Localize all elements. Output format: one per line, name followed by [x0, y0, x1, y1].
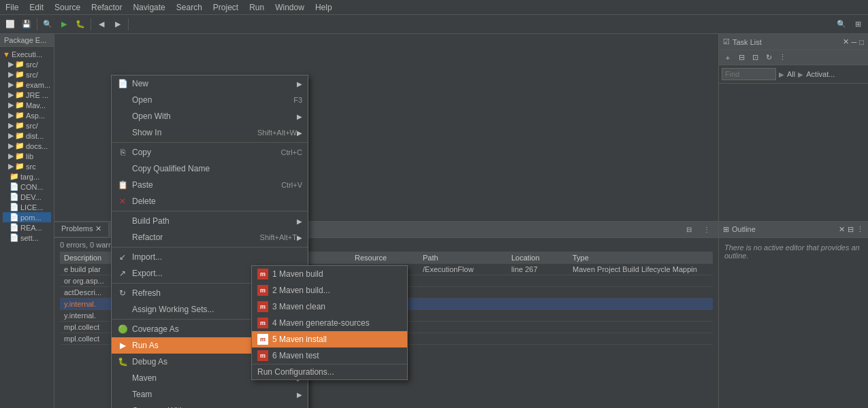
- toolbar-btn-maximize[interactable]: 🔍: [834, 17, 849, 32]
- toolbar-sep-3: [128, 18, 129, 31]
- ctx-team[interactable]: Team ▶: [112, 386, 308, 403]
- ctx-import-label: Import...: [132, 252, 302, 262]
- ctx-show-in[interactable]: Show In Shift+Alt+W ▶: [112, 124, 308, 141]
- task-list-max-icon[interactable]: □: [859, 38, 864, 46]
- ctx-new[interactable]: 📄 New ▶: [112, 75, 308, 92]
- tree-item-mav[interactable]: ▶📁Mav...: [3, 100, 51, 110]
- toolbar-btn-run[interactable]: ▶: [57, 17, 71, 32]
- tree-item-targ[interactable]: 📁targ...: [3, 171, 51, 182]
- ctx-copy-qualified[interactable]: Copy Qualified Name: [112, 160, 308, 177]
- task-all-label[interactable]: All: [787, 70, 795, 78]
- ctx-refactor[interactable]: Refactor Shift+Alt+T ▶: [112, 229, 308, 245]
- tree-item-root[interactable]: ▼Executi...: [3, 50, 51, 59]
- task-activate-label[interactable]: Activat...: [806, 70, 835, 78]
- submenu-maven-test[interactable]: m 6 Maven test: [252, 347, 407, 364]
- ctx-delete[interactable]: ✕ Delete: [112, 193, 308, 209]
- tree-item-dist[interactable]: ▶📁dist...: [3, 131, 51, 141]
- toolbar-btn-search[interactable]: 🔍: [40, 17, 55, 32]
- outline-icon: ⊞: [723, 225, 729, 234]
- problems-filter-btn[interactable]: ⊟: [681, 223, 696, 235]
- prob-row-2-location: [511, 277, 573, 285]
- task-filter-btn[interactable]: ⊡: [749, 52, 761, 64]
- menu-source[interactable]: Source: [49, 1, 86, 14]
- ctx-new-label: New: [132, 79, 297, 88]
- submenu-run-configurations-label: Run Configurations...: [257, 367, 334, 377]
- tree-item-docs[interactable]: ▶📁docs...: [3, 141, 51, 151]
- menu-project[interactable]: Project: [208, 1, 244, 14]
- submenu-maven-build-1[interactable]: m 1 Maven build: [252, 266, 407, 282]
- task-find-input[interactable]: [722, 68, 776, 80]
- tree-item-pom[interactable]: 📄pom...: [3, 212, 51, 222]
- task-new-btn[interactable]: +: [722, 52, 734, 64]
- tree-item-lib[interactable]: ▶📁lib: [3, 151, 51, 161]
- ctx-compare-with[interactable]: Compare With ▶: [112, 403, 308, 408]
- tree-item-rea[interactable]: 📄REA...: [3, 222, 51, 233]
- problems-menu-btn[interactable]: ⋮: [699, 223, 714, 235]
- col-location: Location: [511, 254, 573, 262]
- tree-item-asp[interactable]: ▶📁Asp...: [3, 110, 51, 120]
- toolbar-btn-perspective[interactable]: ⊞: [850, 17, 865, 32]
- menu-help[interactable]: Help: [310, 1, 338, 14]
- submenu-maven-clean[interactable]: m 3 Maven clean: [252, 299, 407, 315]
- submenu-maven-gen-sources-label: 4 Maven generate-sources: [272, 318, 370, 328]
- task-refresh-btn[interactable]: ↻: [762, 52, 775, 64]
- prob-row-6-location: [511, 323, 573, 331]
- toolbar-btn-back[interactable]: ◀: [94, 17, 109, 32]
- toolbar-sep-2: [91, 18, 91, 31]
- tree-item-con[interactable]: 📄CON...: [3, 182, 51, 192]
- task-list-min-icon[interactable]: ─: [852, 38, 857, 46]
- outline-collapse-icon[interactable]: ⊟: [848, 225, 854, 234]
- menu-file[interactable]: File: [0, 1, 24, 14]
- tree-item-src1[interactable]: ▶📁src/: [3, 59, 51, 69]
- tree-item-src4[interactable]: ▶📁src: [3, 161, 51, 171]
- assign-working-icon: [117, 304, 128, 315]
- task-menu-btn[interactable]: ⋮: [776, 52, 788, 64]
- ctx-copy[interactable]: ⎘ Copy Ctrl+C: [112, 144, 308, 160]
- toolbar-btn-new[interactable]: ⬜: [3, 17, 18, 32]
- outline-close-icon[interactable]: ✕: [839, 225, 845, 234]
- menu-edit[interactable]: Edit: [24, 1, 49, 14]
- menu-run[interactable]: Run: [244, 1, 270, 14]
- ctx-open-with[interactable]: Open With ▶: [112, 108, 308, 124]
- tree-item-exam[interactable]: ▶📁exam...: [3, 80, 51, 90]
- new-icon: 📄: [117, 78, 128, 89]
- ctx-paste[interactable]: 📋 Paste Ctrl+V: [112, 177, 308, 193]
- outline-panel: ⊞ Outline ✕ ⊟ ⋮ There is no active edito…: [719, 222, 868, 409]
- ctx-refactor-label: Refactor: [132, 233, 260, 242]
- build-path-icon: [117, 216, 128, 226]
- ctx-import[interactable]: ↙ Import...: [112, 249, 308, 265]
- prob-row-1-location: line 267: [511, 265, 573, 273]
- toolbar-btn-save[interactable]: 💾: [19, 17, 34, 32]
- maven-icon-1: m: [257, 269, 268, 279]
- submenu-maven-test-label: 6 Maven test: [272, 351, 319, 360]
- tree-item-lice[interactable]: 📄LICE...: [3, 202, 51, 212]
- debug-as-icon: 🐛: [117, 356, 128, 367]
- tree-item-jre[interactable]: ▶📁JRE ...: [3, 90, 51, 100]
- submenu-maven-build-2[interactable]: m 2 Maven build...: [252, 282, 407, 299]
- ctx-build-path[interactable]: Build Path ▶: [112, 213, 308, 229]
- task-list-close-icon[interactable]: ✕: [843, 37, 849, 46]
- menu-navigate[interactable]: Navigate: [127, 1, 170, 14]
- menu-search[interactable]: Search: [171, 1, 208, 14]
- tree-item-dev[interactable]: 📄DEV...: [3, 192, 51, 202]
- menu-refactor[interactable]: Refactor: [86, 1, 127, 14]
- submenu-maven-gen-sources[interactable]: m 4 Maven generate-sources: [252, 315, 407, 331]
- outline-menu-icon[interactable]: ⋮: [856, 225, 864, 234]
- show-in-icon: [117, 127, 128, 138]
- menu-window[interactable]: Window: [270, 1, 310, 14]
- open-icon: [117, 95, 128, 105]
- outline-header: ⊞ Outline ✕ ⊟ ⋮: [719, 222, 868, 238]
- toolbar-btn-fwd[interactable]: ▶: [110, 17, 125, 32]
- tree-item-src3[interactable]: ▶📁src/: [3, 120, 51, 131]
- prob-row-6-path: [423, 323, 511, 331]
- tab-problems[interactable]: Problems ✕: [54, 222, 109, 237]
- ctx-open[interactable]: Open F3: [112, 92, 308, 108]
- package-panel-title: Package E...: [0, 34, 54, 47]
- submenu-maven-install[interactable]: m 5 Maven install: [252, 331, 407, 347]
- ctx-new-arrow: ▶: [297, 80, 302, 88]
- task-collapse-btn[interactable]: ⊟: [735, 52, 748, 64]
- tree-item-src2[interactable]: ▶📁src/: [3, 69, 51, 80]
- tree-item-sett[interactable]: 📄sett...: [3, 233, 51, 243]
- submenu-run-configurations[interactable]: Run Configurations...: [252, 364, 407, 379]
- toolbar-btn-debug[interactable]: 🐛: [73, 17, 88, 32]
